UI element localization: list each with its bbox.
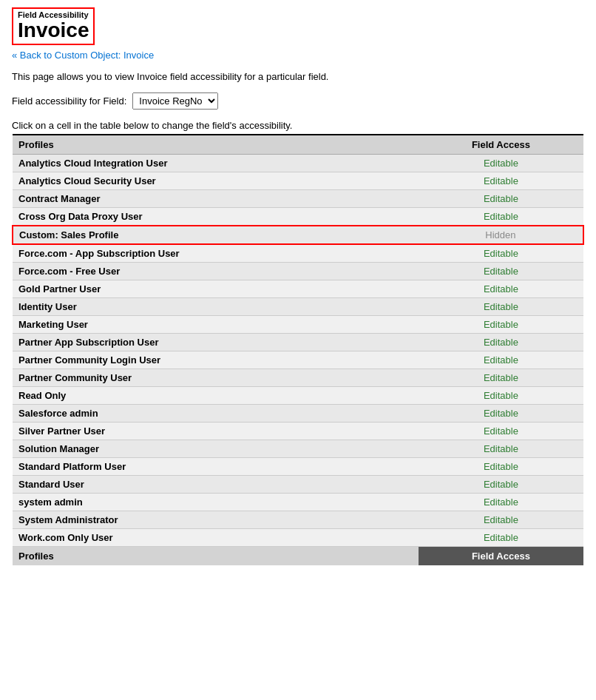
profile-cell[interactable]: Silver Partner User [13,422,419,440]
table-row[interactable]: Analytics Cloud Security UserEditable [13,172,583,189]
profiles-column-header: Profiles [13,135,419,155]
profile-cell[interactable]: Custom: Sales Profile [13,226,419,244]
access-cell[interactable]: Editable [419,440,583,457]
table-row[interactable]: Read OnlyEditable [13,386,583,404]
accessibility-table: Profiles Field Access Analytics Cloud In… [12,134,584,565]
access-cell[interactable]: Editable [419,351,583,368]
table-row[interactable]: Silver Partner UserEditable [13,422,583,440]
access-cell[interactable]: Editable [419,511,583,528]
table-row[interactable]: Marketing UserEditable [13,315,583,333]
access-cell[interactable]: Editable [419,368,583,386]
profile-cell[interactable]: Read Only [13,386,419,404]
profile-cell[interactable]: Marketing User [13,315,419,333]
back-link[interactable]: « Back to Custom Object: Invoice [12,50,584,61]
profile-cell[interactable]: Partner Community User [13,368,419,386]
profile-cell[interactable]: Cross Org Data Proxy User [13,207,419,226]
table-row[interactable]: Gold Partner UserEditable [13,280,583,297]
table-row[interactable]: Salesforce adminEditable [13,404,583,422]
table-row[interactable]: Force.com - Free UserEditable [13,262,583,280]
table-row[interactable]: Identity UserEditable [13,297,583,315]
profile-cell[interactable]: Standard User [13,475,419,493]
table-row[interactable]: Standard UserEditable [13,475,583,493]
access-cell[interactable]: Editable [419,297,583,315]
table-footer-row: Profiles Field Access [13,546,583,565]
access-cell[interactable]: Editable [419,154,583,172]
access-cell[interactable]: Hidden [419,226,583,244]
field-selector-row: Field accessibility for Field: Invoice R… [12,92,584,110]
access-cell[interactable]: Editable [419,457,583,475]
profile-cell[interactable]: Solution Manager [13,440,419,457]
access-cell[interactable]: Editable [419,404,583,422]
access-cell[interactable]: Editable [419,189,583,207]
profile-cell[interactable]: Analytics Cloud Integration User [13,154,419,172]
description-text: This page allows you to view Invoice fie… [12,71,584,82]
field-selector-dropdown[interactable]: Invoice RegNo [132,92,218,110]
access-cell[interactable]: Editable [419,262,583,280]
profile-cell[interactable]: Force.com - Free User [13,262,419,280]
profile-cell[interactable]: Partner Community Login User [13,351,419,368]
table-row[interactable]: Partner Community Login UserEditable [13,351,583,368]
table-row[interactable]: Analytics Cloud Integration UserEditable [13,154,583,172]
access-cell[interactable]: Editable [419,333,583,351]
profile-cell[interactable]: Gold Partner User [13,280,419,297]
footer-profiles: Profiles [13,546,419,565]
page-title: Invoice [18,19,89,42]
table-row[interactable]: system adminEditable [13,493,583,511]
table-row[interactable]: Force.com - App Subscription UserEditabl… [13,244,583,263]
table-row[interactable]: Custom: Sales ProfileHidden [13,226,583,244]
table-row[interactable]: Partner App Subscription UserEditable [13,333,583,351]
access-cell[interactable]: Editable [419,280,583,297]
access-cell[interactable]: Editable [419,172,583,189]
table-row[interactable]: System AdministratorEditable [13,511,583,528]
field-access-column-header: Field Access [419,135,583,155]
profile-cell[interactable]: System Administrator [13,511,419,528]
profile-cell[interactable]: Standard Platform User [13,457,419,475]
profile-cell[interactable]: Work.com Only User [13,528,419,546]
table-row[interactable]: Work.com Only UserEditable [13,528,583,546]
profile-cell[interactable]: Salesforce admin [13,404,419,422]
table-instruction: Click on a cell in the table below to ch… [12,120,584,131]
profile-cell[interactable]: Identity User [13,297,419,315]
table-header-row: Profiles Field Access [13,135,583,155]
profile-cell[interactable]: Analytics Cloud Security User [13,172,419,189]
access-cell[interactable]: Editable [419,528,583,546]
profile-cell[interactable]: Contract Manager [13,189,419,207]
table-row[interactable]: Solution ManagerEditable [13,440,583,457]
access-cell[interactable]: Editable [419,493,583,511]
back-link-anchor[interactable]: « Back to Custom Object: Invoice [12,50,154,61]
table-row[interactable]: Cross Org Data Proxy UserEditable [13,207,583,226]
access-cell[interactable]: Editable [419,207,583,226]
table-row[interactable]: Contract ManagerEditable [13,189,583,207]
page-header-box: Field Accessibility Invoice [12,7,95,45]
profile-cell[interactable]: Partner App Subscription User [13,333,419,351]
table-row[interactable]: Partner Community UserEditable [13,368,583,386]
access-cell[interactable]: Editable [419,422,583,440]
access-cell[interactable]: Editable [419,244,583,263]
table-row[interactable]: Standard Platform UserEditable [13,457,583,475]
footer-field-access: Field Access [419,546,583,565]
profile-cell[interactable]: system admin [13,493,419,511]
field-selector-label: Field accessibility for Field: [12,95,126,107]
access-cell[interactable]: Editable [419,475,583,493]
profile-cell[interactable]: Force.com - App Subscription User [13,244,419,263]
access-cell[interactable]: Editable [419,315,583,333]
access-cell[interactable]: Editable [419,386,583,404]
